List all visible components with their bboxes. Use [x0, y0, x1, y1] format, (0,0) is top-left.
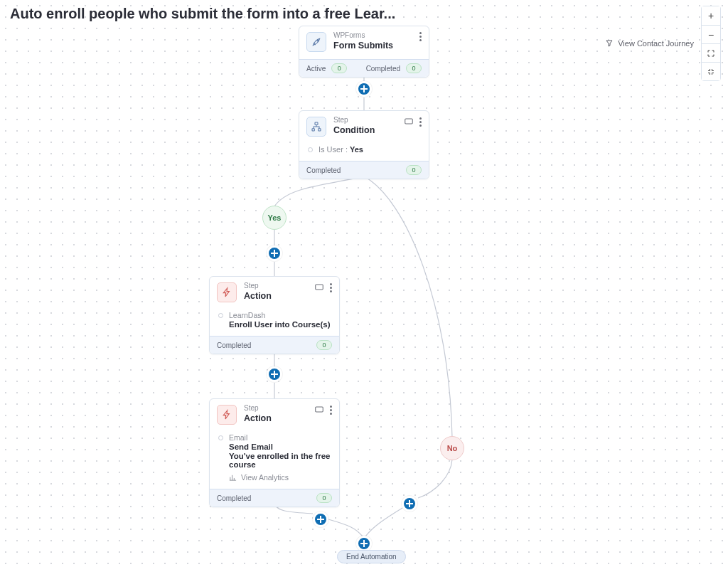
zoom-reset-button[interactable] — [702, 62, 720, 80]
completed-label: Completed — [217, 341, 251, 349]
completed-count: 0 — [406, 63, 422, 73]
view-analytics-link[interactable]: View Analytics — [229, 473, 331, 482]
page-title: Auto enroll people who submit the form i… — [10, 6, 395, 22]
svg-rect-2 — [312, 129, 314, 131]
completed-count: 0 — [316, 340, 332, 350]
action1-description: Enroll User into Course(s) — [229, 320, 331, 329]
action1-integration: LearnDash — [229, 311, 331, 319]
sitemap-icon — [306, 117, 326, 137]
svg-rect-4 — [405, 119, 413, 124]
completed-count: 0 — [316, 493, 332, 503]
action-send-email-card[interactable]: Step Action Email Send Email You've enro… — [209, 398, 340, 507]
filter-icon — [605, 39, 614, 48]
expand-icon — [707, 49, 715, 58]
trigger-title: Form Submits — [333, 41, 412, 51]
more-menu-button[interactable] — [419, 117, 422, 127]
action2-subject: You've enrolled in the free course — [229, 452, 331, 469]
trigger-integration: WPForms — [333, 32, 412, 39]
completed-label: Completed — [217, 494, 251, 502]
more-menu-button[interactable] — [330, 283, 332, 292]
add-step-button[interactable] — [267, 245, 282, 261]
action1-title: Action — [244, 291, 307, 301]
bolt-icon — [217, 282, 237, 302]
more-menu-button[interactable] — [419, 32, 422, 41]
action-learn-dash-card[interactable]: Step Action LearnDash Enroll User into C… — [209, 276, 340, 354]
view-contact-journey-button[interactable]: View Contact Journey — [605, 39, 694, 48]
condition-card[interactable]: Step Condition Is User : Yes Completed 0 — [299, 110, 429, 179]
trigger-card[interactable]: WPForms Form Submits Active 0 Completed … — [299, 26, 429, 78]
step-label: Step — [333, 117, 397, 124]
add-step-button[interactable] — [267, 366, 282, 382]
condition-rule-value: Yes — [350, 145, 363, 154]
add-step-button[interactable] — [356, 536, 372, 551]
condition-rule-key: Is User : — [318, 145, 348, 154]
note-icon[interactable] — [314, 282, 324, 292]
add-step-button[interactable] — [402, 496, 417, 512]
condition-title: Condition — [333, 125, 397, 135]
collapse-icon — [707, 68, 715, 76]
zoom-out-button[interactable]: − — [702, 25, 720, 43]
active-count: 0 — [331, 63, 347, 73]
svg-rect-1 — [315, 122, 318, 124]
view-contact-journey-label: View Contact Journey — [618, 39, 694, 48]
bullet-icon — [308, 147, 313, 152]
bolt-icon — [217, 405, 237, 425]
bullet-icon — [218, 313, 223, 318]
bullet-icon — [218, 435, 223, 440]
rocket-icon — [306, 32, 326, 52]
action2-title: Action — [244, 413, 307, 423]
note-icon[interactable] — [404, 117, 414, 127]
action2-description: Send Email — [229, 443, 331, 451]
more-menu-button[interactable] — [330, 406, 332, 415]
zoom-in-button[interactable]: + — [702, 6, 720, 25]
note-icon[interactable] — [314, 405, 324, 415]
svg-point-0 — [317, 40, 318, 41]
end-automation-node[interactable]: End Automation — [337, 550, 406, 563]
completed-count: 0 — [406, 165, 422, 175]
completed-label: Completed — [366, 65, 400, 73]
branch-yes-badge: Yes — [262, 206, 287, 230]
zoom-fit-button[interactable] — [702, 43, 720, 62]
step-label: Step — [244, 405, 307, 412]
step-label: Step — [244, 282, 307, 290]
add-step-button[interactable] — [356, 81, 372, 97]
zoom-controls: + − — [701, 6, 721, 81]
add-step-button[interactable] — [313, 512, 328, 527]
svg-rect-5 — [316, 285, 323, 290]
branch-no-badge: No — [440, 436, 464, 460]
bar-chart-icon — [229, 474, 237, 482]
svg-rect-6 — [316, 407, 323, 412]
active-label: Active — [306, 65, 326, 73]
svg-rect-3 — [318, 129, 321, 131]
action2-integration: Email — [229, 433, 331, 442]
completed-label: Completed — [306, 166, 341, 174]
